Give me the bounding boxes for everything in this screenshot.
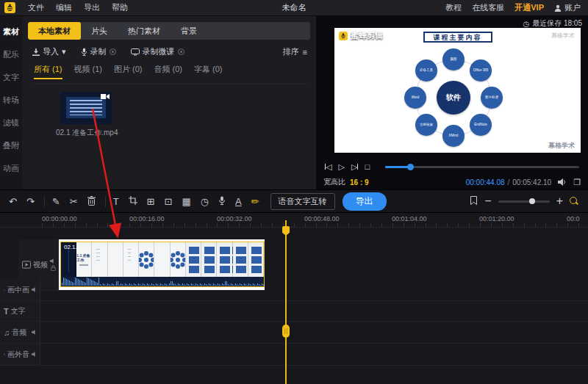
aspect-ratio-value[interactable]: 16 : 9 [350,178,369,186]
video-preview[interactable]: 课程主要内容 软件 脑图 Office 365 图片处理 EndNote XMi… [334,28,581,153]
annotate-button[interactable]: ✏ [251,197,259,206]
video-editor-app: 文件 编辑 导出 帮助 未命名 教程 在线客服 开通VIP 账户 素材 配乐 文… [0,0,588,384]
sidebar-item-animation[interactable]: 动画 [3,157,19,180]
export-button[interactable]: 导出 [343,192,387,211]
diagram-satellite: EndNote [470,114,492,136]
tab-background[interactable]: 背景 [171,22,207,40]
clip-thumb-grid [201,242,217,277]
picture-in-picture-button[interactable]: ⊡ [164,197,172,206]
pip-track-header: 画中画 [0,279,40,300]
vip-link[interactable]: 开通VIP [514,2,544,13]
tutorial-link[interactable]: 教程 [445,2,462,13]
stop-button[interactable]: □ [365,162,370,171]
marker-button[interactable] [470,196,478,206]
redo-button[interactable]: ↷ [26,197,35,206]
filter-subtitle[interactable]: 字幕 (0) [194,64,223,79]
split-button[interactable]: ✂ [70,197,78,206]
import-label: 导入 [43,46,59,57]
zoom-out-button[interactable]: − [484,195,491,208]
menu-export[interactable]: 导出 [78,2,106,13]
filter-image[interactable]: 图片 (0) [114,64,143,79]
timeline-zoom-slider[interactable] [498,200,550,203]
track-mute-icon[interactable] [32,352,37,357]
filter-all[interactable]: 所有 (1) [34,64,62,79]
menubar: 文件 编辑 导出 帮助 未命名 教程 在线客服 开通VIP 账户 [0,0,588,16]
menu-file[interactable]: 文件 [22,2,50,13]
pip-track-body[interactable] [40,279,588,300]
clip-thumb-text [123,242,139,277]
last-saved-text: 最近保存 18:05 [532,18,582,29]
voiceover-track-body[interactable] [40,344,588,365]
track-label: 画外音 [7,349,29,360]
account-button[interactable]: 账户 [554,2,581,13]
volume-button[interactable] [558,178,567,186]
record-dot-icon [178,48,184,55]
sort-button[interactable]: 排序 ≡ [283,46,307,57]
duration-button[interactable]: ◷ [201,197,209,206]
preview-status-bar: 宽高比 16 : 9 00:00:44.08 / 00:05:42.10 ❐ [316,175,588,189]
undo-button[interactable]: ↶ [9,197,17,206]
text-tool-button[interactable]: T [113,197,119,206]
playhead-handle[interactable] [282,325,290,338]
diagram-satellite: 脑图 [442,48,465,70]
import-button[interactable]: 导入 ▾ [32,46,66,57]
mosaic-button[interactable]: ▦ [182,197,190,206]
toolbar-divider [105,196,106,207]
tab-intro[interactable]: 片头 [81,22,118,40]
sidebar-item-music[interactable]: 配乐 [3,43,19,66]
edit-clip-button[interactable]: ✎ [52,197,60,206]
voiceover-button[interactable] [218,196,226,207]
tab-hot-material[interactable]: 热门素材 [118,22,171,40]
crop-button[interactable] [129,196,137,206]
media-thumbnail[interactable] [60,92,112,124]
media-item[interactable]: 02.1 准备工作.mp4 [56,92,144,138]
track-mute-icon[interactable] [32,330,37,335]
step-forward-button[interactable]: ▷ [351,162,358,172]
zoom-slider-handle[interactable] [529,198,535,204]
preview-progress-fill [385,166,410,168]
sidebar-item-overlay[interactable]: 叠附 [3,134,19,157]
material-section: 本地素材 片头 热门素材 背景 导入 ▾ 录制 录制微课 [22,16,316,189]
crop-icon [129,196,137,205]
preview-progress-handle[interactable] [407,164,414,170]
sidebar-item-filter[interactable]: 滤镜 [3,112,19,134]
filter-audio[interactable]: 音频 (0) [154,64,183,79]
pip-track: 画中画 [0,279,588,301]
record-button[interactable]: 录制 [81,46,116,57]
zoom-in-button[interactable]: + [556,195,563,208]
chevron-down-icon: ▾ [62,47,66,57]
sidebar-item-text[interactable]: 文字 [3,66,19,89]
track-mute-icon[interactable] [32,287,37,292]
record-micro-lesson-button[interactable]: 录制微课 [131,46,184,57]
faint-watermark: 幕格学术 [551,32,575,40]
sidebar-item-transition[interactable]: 转场 [3,89,19,112]
bee-logo-icon [339,32,348,40]
fit-timeline-magnifier-icon[interactable] [570,197,579,206]
play-button[interactable]: ▷ [338,162,344,172]
timeline-ruler[interactable]: 00:00:00.00 00:00:16.00 00:00:32.00 00:0… [0,213,588,228]
support-link[interactable]: 在线客服 [472,2,504,13]
material-filters: 所有 (1) 视频 (1) 图片 (0) 音频 (0) 字幕 (0) [34,64,307,84]
transform-button[interactable]: ⊞ [147,197,155,206]
monitor-icon [131,48,140,56]
fullscreen-button[interactable]: ❐ [573,178,581,187]
delete-button[interactable] [87,196,96,207]
media-filename: 02.1 准备工作.mp4 [56,128,144,138]
subtitle-button[interactable]: A [235,197,242,206]
track-mute-icon[interactable] [50,258,56,264]
track-label: 视频 [33,260,48,270]
menu-edit[interactable]: 编辑 [50,2,78,13]
audio-track-body[interactable] [40,322,588,343]
preview-seek-slider[interactable] [385,166,579,168]
step-back-button[interactable]: ◁ [325,162,331,172]
tab-local-material[interactable]: 本地素材 [28,22,81,40]
menu-help[interactable]: 帮助 [106,2,134,13]
track-lock-icon[interactable] [51,265,56,271]
text-track-body[interactable] [40,301,588,321]
video-camera-icon [101,93,110,100]
audio-track: ♫ 音频 [0,322,588,344]
sidebar-item-material[interactable]: 素材 [3,21,19,43]
speech-text-convert-button[interactable]: 语音文字互转 [270,193,335,210]
playhead-line[interactable] [285,220,287,384]
filter-video[interactable]: 视频 (1) [74,64,103,79]
